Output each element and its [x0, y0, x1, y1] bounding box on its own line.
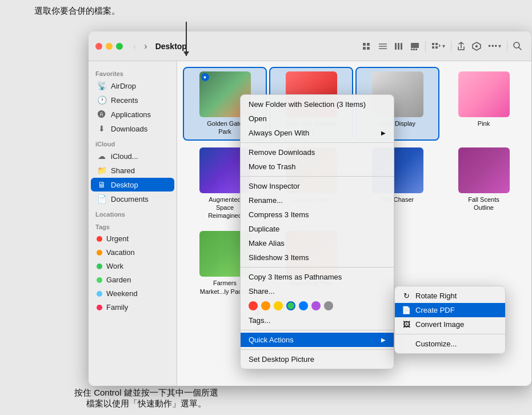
share-button[interactable] [454, 39, 468, 53]
sidebar-item-family[interactable]: Family [91, 301, 174, 314]
menu-item-copy-pathnames[interactable]: Copy 3 Items as Pathnames [241, 270, 394, 284]
color-tag-yellow[interactable] [274, 301, 283, 310]
maximize-button[interactable] [116, 43, 123, 50]
color-tag-red[interactable] [249, 301, 258, 310]
toolbar-sep-1 [425, 41, 426, 51]
sidebar-item-downloads[interactable]: ⬇ Downloads [91, 122, 174, 135]
sidebar-item-applications-label: Applications [111, 110, 151, 119]
menu-item-always-open[interactable]: Always Open With ▶ [241, 126, 394, 140]
color-tag-orange[interactable] [261, 301, 270, 310]
garden-tag-dot [97, 277, 102, 283]
sidebar-item-vacation[interactable]: Vacation [91, 246, 174, 259]
menu-item-compress[interactable]: Compress 3 Items [241, 207, 394, 222]
sidebar-item-desktop[interactable]: 🖥 Desktop [91, 178, 174, 191]
view-columns-button[interactable] [391, 40, 406, 53]
forward-button[interactable]: › [142, 40, 149, 53]
file-item-pink[interactable]: Pink [443, 68, 525, 139]
work-tag-dot [97, 264, 102, 269]
submenu-item-customize[interactable]: Customize... [395, 337, 505, 351]
menu-item-open[interactable]: Open [241, 111, 394, 126]
sidebar-item-work[interactable]: Work [91, 260, 174, 273]
submenu-item-rotate-right[interactable]: ↻ Rotate Right [395, 289, 505, 303]
thumb-inner-fall-scents [458, 147, 510, 193]
convert-image-icon: 🖼 [402, 320, 411, 329]
group-button[interactable]: ▾ [429, 40, 448, 53]
documents-icon: 📄 [97, 194, 107, 203]
file-name-pink: Pink [478, 119, 490, 127]
color-tag-purple[interactable] [311, 301, 321, 310]
svg-rect-15 [435, 43, 438, 45]
sidebar-item-garden[interactable]: Garden [91, 273, 174, 286]
menu-label-quick-actions: Quick Actions [249, 336, 294, 344]
search-button[interactable] [510, 39, 525, 53]
menu-item-quick-actions[interactable]: Quick Actions ▶ [241, 333, 394, 347]
toolbar-icons: ▾ ••• ▾ [359, 39, 525, 53]
svg-rect-3 [367, 47, 370, 50]
quick-actions-arrow: ▶ [381, 337, 386, 343]
sidebar-item-weekend[interactable]: Weekend [91, 287, 174, 300]
close-button[interactable] [95, 43, 102, 50]
view-list-button[interactable] [375, 40, 390, 53]
sidebar-item-recents[interactable]: 🕐 Recents [91, 93, 174, 107]
sidebar-item-icloud-label: iCloud... [111, 152, 138, 161]
color-tag-gray[interactable] [324, 301, 333, 310]
svg-rect-9 [401, 43, 402, 50]
view-grid-button[interactable] [359, 40, 374, 53]
menu-item-show-inspector[interactable]: Show Inspector [241, 179, 394, 193]
svg-rect-7 [395, 43, 397, 50]
menu-item-slideshow[interactable]: Slideshow 3 Items [241, 250, 394, 265]
view-gallery-button[interactable] [407, 40, 422, 53]
menu-item-move-trash[interactable]: Move to Trash [241, 159, 394, 174]
finder-window: ‹ › Desktop [89, 31, 531, 386]
traffic-lights [95, 43, 123, 50]
sidebar-item-documents[interactable]: 📄 Documents [91, 192, 174, 206]
color-tag-green[interactable] [286, 301, 295, 310]
minimize-button[interactable] [106, 43, 113, 50]
sidebar-section-favorites: Favorites [89, 66, 177, 78]
menu-item-duplicate[interactable]: Duplicate [241, 222, 394, 236]
toolbar-sep-2 [451, 41, 451, 51]
sidebar-item-airdrop[interactable]: 📡 AirDrop [91, 79, 174, 93]
sidebar-item-applications[interactable]: 🅐 Applications [91, 107, 174, 121]
menu-item-share[interactable]: Share... [241, 284, 394, 298]
menu-label-make-alias: Make Alias [249, 239, 285, 248]
menu-item-rename[interactable]: Rename... [241, 193, 394, 207]
menu-label-tags: Tags... [249, 316, 270, 325]
sidebar-item-urgent[interactable]: Urgent [91, 232, 174, 245]
submenu-item-convert-image[interactable]: 🖼 Convert Image [395, 317, 505, 332]
arrow-indicator [186, 22, 187, 56]
menu-item-remove-downloads[interactable]: Remove Downloads [241, 145, 394, 159]
sidebar: Favorites 📡 AirDrop 🕐 Recents 🅐 Applicat… [89, 61, 177, 386]
weekend-tag-dot [97, 291, 102, 297]
family-tag-dot [97, 305, 102, 310]
urgent-tag-dot [97, 236, 102, 242]
file-item-fall-scents[interactable]: Fall ScentsOutline [443, 144, 525, 224]
svg-rect-14 [432, 43, 434, 45]
menu-item-tags[interactable]: Tags... [241, 313, 394, 328]
back-button[interactable]: ‹ [131, 40, 138, 53]
tag-button[interactable] [469, 39, 484, 53]
menu-item-make-alias[interactable]: Make Alias [241, 236, 394, 250]
sidebar-item-garden-label: Garden [106, 276, 131, 284]
menu-label-duplicate: Duplicate [249, 225, 279, 233]
sidebar-item-desktop-label: Desktop [111, 181, 138, 189]
create-pdf-icon: 📄 [402, 306, 411, 314]
sidebar-item-icloud[interactable]: ☁ iCloud... [91, 149, 174, 163]
svg-rect-16 [432, 46, 434, 49]
menu-item-new-folder[interactable]: New Folder with Selection (3 Items) [241, 97, 394, 111]
submenu-sep [395, 334, 505, 334]
svg-rect-12 [413, 49, 415, 50]
file-name-golden-gate: Golden GatePark [207, 119, 242, 136]
menu-label-move-trash: Move to Trash [249, 162, 295, 171]
sidebar-section-icloud: iCloud [89, 136, 177, 149]
menu-label-compress: Compress 3 Items [249, 210, 309, 219]
color-tag-blue[interactable] [299, 301, 308, 310]
menu-sep-1 [241, 142, 394, 143]
sidebar-item-shared[interactable]: 📁 Shared [91, 163, 174, 177]
more-button[interactable]: ••• ▾ [485, 39, 504, 53]
menu-item-set-desktop[interactable]: Set Desktop Picture [241, 352, 394, 366]
submenu-label-create-pdf: Create PDF [415, 306, 455, 314]
sidebar-item-work-label: Work [106, 262, 123, 270]
submenu-item-create-pdf[interactable]: 📄 Create PDF [395, 303, 505, 317]
menu-label-copy-pathnames: Copy 3 Items as Pathnames [249, 273, 342, 281]
